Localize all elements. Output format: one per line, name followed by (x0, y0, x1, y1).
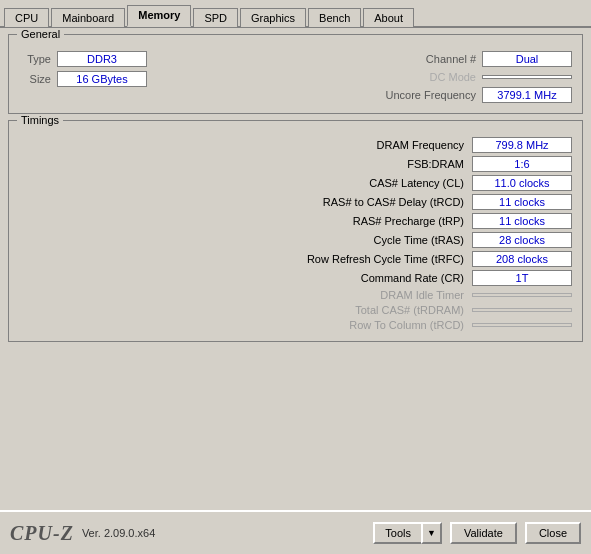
timing-value (472, 293, 572, 297)
dcmode-label: DC Mode (430, 71, 476, 83)
timing-label: Command Rate (CR) (19, 272, 464, 284)
version-text: Ver. 2.09.0.x64 (82, 527, 365, 539)
tab-bench[interactable]: Bench (308, 8, 361, 27)
timing-label: Cycle Time (tRAS) (19, 234, 464, 246)
channel-row: Channel # Dual (301, 51, 573, 67)
timing-label: CAS# Latency (CL) (19, 177, 464, 189)
timing-label: FSB:DRAM (19, 158, 464, 170)
timing-value: 11 clocks (472, 194, 572, 210)
timing-value: 208 clocks (472, 251, 572, 267)
timing-row: FSB:DRAM1:6 (19, 156, 572, 172)
cpuz-logo: CPU-Z (10, 522, 74, 545)
timing-value: 28 clocks (472, 232, 572, 248)
timing-label: DRAM Idle Timer (19, 289, 464, 301)
timing-row: DRAM Idle Timer (19, 289, 572, 301)
tab-spd[interactable]: SPD (193, 8, 238, 27)
timing-row: Command Rate (CR)1T (19, 270, 572, 286)
dcmode-row: DC Mode (301, 71, 573, 83)
general-title: General (17, 28, 64, 40)
timing-label: DRAM Frequency (19, 139, 464, 151)
uncore-value: 3799.1 MHz (482, 87, 572, 103)
tab-bar: CPU Mainboard Memory SPD Graphics Bench … (0, 0, 591, 28)
tab-mainboard[interactable]: Mainboard (51, 8, 125, 27)
timing-value: 11 clocks (472, 213, 572, 229)
type-value: DDR3 (57, 51, 147, 67)
validate-button[interactable]: Validate (450, 522, 517, 544)
general-group: General Type DDR3 Size 16 GBytes (8, 34, 583, 114)
timing-label: Total CAS# (tRDRAM) (19, 304, 464, 316)
size-value: 16 GBytes (57, 71, 147, 87)
tab-cpu[interactable]: CPU (4, 8, 49, 27)
timings-title: Timings (17, 114, 63, 126)
timing-value (472, 308, 572, 312)
general-right: Channel # Dual DC Mode Uncore Frequency … (301, 51, 573, 103)
tools-group: Tools ▼ (373, 522, 442, 544)
timing-label: RAS# to CAS# Delay (tRCD) (19, 196, 464, 208)
tab-graphics[interactable]: Graphics (240, 8, 306, 27)
tab-about[interactable]: About (363, 8, 414, 27)
content-area: General Type DDR3 Size 16 GBytes (0, 28, 591, 510)
main-window: CPU Mainboard Memory SPD Graphics Bench … (0, 0, 591, 554)
bottom-bar: CPU-Z Ver. 2.09.0.x64 Tools ▼ Validate C… (0, 510, 591, 554)
timing-row: RAS# to CAS# Delay (tRCD)11 clocks (19, 194, 572, 210)
timing-row: RAS# Precharge (tRP)11 clocks (19, 213, 572, 229)
tab-memory[interactable]: Memory (127, 5, 191, 27)
timing-label: Row Refresh Cycle Time (tRFC) (19, 253, 464, 265)
timing-row: DRAM Frequency799.8 MHz (19, 137, 572, 153)
timings-grid: DRAM Frequency799.8 MHzFSB:DRAM1:6CAS# L… (19, 137, 572, 331)
timing-row: Row Refresh Cycle Time (tRFC)208 clocks (19, 251, 572, 267)
tools-button[interactable]: Tools (373, 522, 421, 544)
timing-row: Total CAS# (tRDRAM) (19, 304, 572, 316)
tools-dropdown-button[interactable]: ▼ (421, 522, 442, 544)
channel-label: Channel # (426, 53, 476, 65)
timing-value: 1:6 (472, 156, 572, 172)
size-label: Size (19, 73, 51, 85)
timing-value: 799.8 MHz (472, 137, 572, 153)
timing-row: Row To Column (tRCD) (19, 319, 572, 331)
close-button[interactable]: Close (525, 522, 581, 544)
type-label: Type (19, 53, 51, 65)
timing-label: RAS# Precharge (tRP) (19, 215, 464, 227)
timing-row: Cycle Time (tRAS)28 clocks (19, 232, 572, 248)
uncore-label: Uncore Frequency (386, 89, 477, 101)
timing-value: 11.0 clocks (472, 175, 572, 191)
type-row: Type DDR3 (19, 51, 291, 67)
timing-value: 1T (472, 270, 572, 286)
timing-label: Row To Column (tRCD) (19, 319, 464, 331)
uncore-row: Uncore Frequency 3799.1 MHz (301, 87, 573, 103)
timing-value (472, 323, 572, 327)
general-grid: Type DDR3 Size 16 GBytes Channel # Dual (19, 51, 572, 103)
channel-value: Dual (482, 51, 572, 67)
timing-row: CAS# Latency (CL)11.0 clocks (19, 175, 572, 191)
general-left: Type DDR3 Size 16 GBytes (19, 51, 291, 103)
timings-group: Timings DRAM Frequency799.8 MHzFSB:DRAM1… (8, 120, 583, 342)
size-row: Size 16 GBytes (19, 71, 291, 87)
dcmode-value (482, 75, 572, 79)
